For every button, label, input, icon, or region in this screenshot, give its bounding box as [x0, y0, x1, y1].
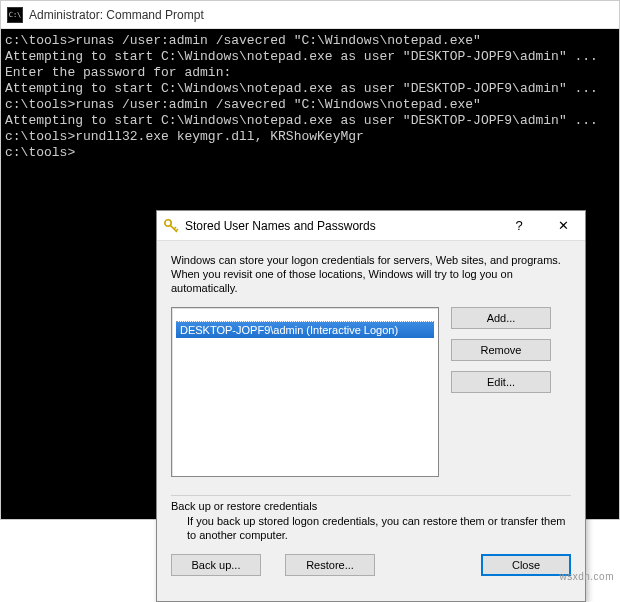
terminal-line: Enter the password for admin: [5, 65, 615, 81]
restore-button[interactable]: Restore... [285, 554, 375, 576]
cmd-title: Administrator: Command Prompt [29, 8, 204, 22]
list-item[interactable]: DESKTOP-JOPF9\admin (Interactive Logon) [176, 322, 434, 338]
edit-button[interactable]: Edit... [451, 371, 551, 393]
terminal-line: c:\tools>runas /user:admin /savecred "C:… [5, 97, 615, 113]
cmd-titlebar[interactable]: C:\ Administrator: Command Prompt [1, 1, 619, 29]
backup-group-text: If you back up stored logon credentials,… [171, 512, 571, 542]
terminal-line: Attempting to start C:\Windows\notepad.e… [5, 49, 615, 65]
dialog-intro-text: Windows can store your logon credentials… [171, 253, 571, 295]
svg-line-2 [174, 227, 176, 229]
credentials-listbox[interactable]: DESKTOP-JOPF9\admin (Interactive Logon) [171, 307, 439, 477]
add-button[interactable]: Add... [451, 307, 551, 329]
svg-line-3 [176, 229, 178, 231]
key-icon [163, 218, 179, 234]
terminal-line: Attempting to start C:\Windows\notepad.e… [5, 113, 615, 129]
watermark: wsxdn.com [559, 571, 614, 582]
close-window-button[interactable]: ✕ [541, 211, 585, 240]
help-button[interactable]: ? [497, 211, 541, 240]
remove-button[interactable]: Remove [451, 339, 551, 361]
terminal-line: c:\tools>rundll32.exe keymgr.dll, KRShow… [5, 129, 615, 145]
divider [171, 495, 571, 496]
dialog-titlebar[interactable]: Stored User Names and Passwords ? ✕ [157, 211, 585, 241]
close-button[interactable]: Close [481, 554, 571, 576]
terminal-line: Attempting to start C:\Windows\notepad.e… [5, 81, 615, 97]
terminal-line: c:\tools>runas /user:admin /savecred "C:… [5, 33, 615, 49]
dialog-body: Windows can store your logon credentials… [157, 241, 585, 586]
dialog-title: Stored User Names and Passwords [185, 219, 497, 233]
backup-button[interactable]: Back up... [171, 554, 261, 576]
list-separator [176, 312, 434, 322]
backup-group-title: Back up or restore credentials [171, 500, 571, 512]
cmd-icon: C:\ [7, 7, 23, 23]
stored-credentials-dialog: Stored User Names and Passwords ? ✕ Wind… [156, 210, 586, 602]
terminal-line: c:\tools> [5, 145, 615, 161]
